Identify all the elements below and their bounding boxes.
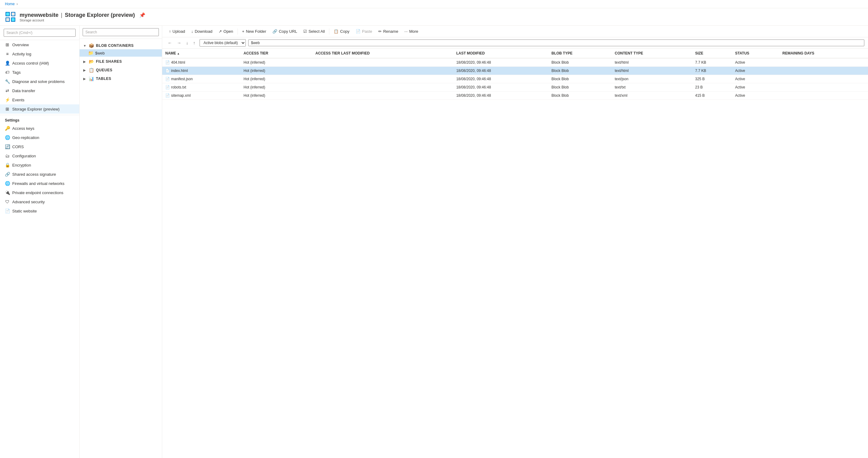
cell-sitemapxml-col6: 415 B: [692, 92, 732, 100]
forward-button[interactable]: →: [175, 39, 183, 46]
down-button[interactable]: ↓: [184, 39, 190, 46]
copy-label: Copy: [340, 29, 349, 34]
tree-item-web[interactable]: 📁$web: [80, 49, 162, 57]
settings-item-encryption[interactable]: 🔒Encryption: [0, 160, 79, 170]
cell-manifestjson-col0: 📄manifest.json: [162, 75, 241, 83]
sidebar-item-data-transfer[interactable]: ⇄Data transfer: [0, 86, 79, 95]
pin-icon[interactable]: 📌: [139, 12, 145, 18]
col-label-content-type: CONTENT TYPE: [615, 51, 643, 55]
col-header-access-tier-modified[interactable]: ACCESS TIER LAST MODIFIED: [312, 49, 453, 58]
open-icon: ↗: [219, 29, 222, 34]
nav-label-diagnose: Diagnose and solve problems: [12, 79, 65, 84]
file-name-robotstxt: robots.txt: [171, 85, 186, 89]
settings-item-cors[interactable]: 🔄CORS: [0, 142, 79, 151]
breadcrumb-home[interactable]: Home: [5, 2, 15, 6]
more-icon: ···: [404, 29, 408, 34]
nav-icon-data-transfer: ⇄: [5, 88, 10, 93]
file-icon-indexhtml: 📄: [165, 68, 170, 73]
tree-group-header-queues[interactable]: ▶📋QUEUES: [80, 66, 162, 74]
sidebar-item-tags[interactable]: 🏷Tags: [0, 68, 79, 77]
col-header-size[interactable]: SIZE: [692, 49, 732, 58]
rename-button[interactable]: ✏ Rename: [375, 28, 401, 35]
svg-rect-6: [6, 18, 9, 21]
tree-search-input[interactable]: [83, 28, 159, 36]
nav-label-overview: Overview: [12, 42, 29, 47]
settings-item-access-keys[interactable]: 🔑Access keys: [0, 124, 79, 133]
col-header-blob-type[interactable]: BLOB TYPE: [549, 49, 612, 58]
sidebar-item-storage-explorer[interactable]: ⊞Storage Explorer (preview): [0, 104, 79, 114]
col-header-access-tier[interactable]: ACCESS TIER: [241, 49, 312, 58]
new-folder-button[interactable]: + New Folder: [239, 28, 269, 35]
cell-sitemapxml-col1: Hot (inferred): [241, 92, 312, 100]
tree-group-header-tables[interactable]: ▶📊TABLES: [80, 75, 162, 82]
table-row-sitemapxml[interactable]: 📄sitemap.xmlHot (inferred)18/08/2020, 09…: [162, 92, 868, 100]
settings-item-static-website[interactable]: 📄Static website: [0, 206, 79, 216]
sidebar-item-access-control[interactable]: 👤Access control (IAM): [0, 59, 79, 68]
more-button[interactable]: ··· More: [401, 28, 421, 35]
settings-item-geo-replication[interactable]: 🌐Geo-replication: [0, 133, 79, 142]
nav-label-access-control: Access control (IAM): [12, 61, 49, 65]
tree-content: ▼📦BLOB CONTAINERS📁$web▶📂FILE SHARES▶📋QUE…: [80, 39, 162, 458]
table-row-404html[interactable]: 📄404.htmlHot (inferred)18/08/2020, 09:46…: [162, 58, 868, 67]
paste-button[interactable]: 📄 Paste: [352, 28, 375, 35]
file-icon-robotstxt: 📄: [165, 85, 170, 89]
path-input[interactable]: [248, 39, 864, 46]
back-button[interactable]: ←: [166, 39, 174, 46]
col-label-access-tier: ACCESS TIER: [244, 51, 269, 55]
col-header-remaining-days[interactable]: REMAINING DAYS: [779, 49, 868, 58]
cell-robotstxt-col1: Hot (inferred): [241, 83, 312, 92]
open-button[interactable]: ↗ Open: [215, 28, 236, 35]
col-label-name: NAME: [165, 51, 176, 55]
cell-404html-col1: Hot (inferred): [241, 58, 312, 67]
title-block: mynewwebsite | Storage Explorer (preview…: [20, 12, 145, 22]
account-name: mynewwebsite: [20, 12, 58, 19]
upload-button[interactable]: ↑ Upload: [166, 28, 188, 35]
col-header-content-type[interactable]: CONTENT TYPE: [612, 49, 692, 58]
cell-404html-col3: 18/08/2020, 09:46:48: [453, 58, 549, 67]
blob-type-dropdown[interactable]: Active blobs (default)All blobsSnapshots: [199, 39, 246, 47]
settings-item-advanced-security[interactable]: 🛡Advanced security: [0, 197, 79, 206]
col-header-name[interactable]: NAME▲: [162, 49, 241, 58]
sidebar-item-diagnose[interactable]: 🔧Diagnose and solve problems: [0, 77, 79, 86]
settings-icon-configuration: 🗂: [5, 153, 10, 158]
sidebar-item-overview[interactable]: ⊞Overview: [0, 40, 79, 49]
table-row-robotstxt[interactable]: 📄robots.txtHot (inferred)18/08/2020, 09:…: [162, 83, 868, 92]
settings-item-private-endpoint[interactable]: 🔌Private endpoint connections: [0, 188, 79, 197]
settings-label-private-endpoint: Private endpoint connections: [12, 190, 63, 195]
tree-group-label-file-shares: FILE SHARES: [96, 59, 122, 64]
settings-label-geo-replication: Geo-replication: [12, 135, 39, 140]
select-all-button[interactable]: ☑ Select All: [300, 28, 328, 35]
tree-group-header-blob-containers[interactable]: ▼📦BLOB CONTAINERS: [80, 42, 162, 49]
page-header: mynewwebsite | Storage Explorer (preview…: [0, 8, 868, 26]
table-row-manifestjson[interactable]: 📄manifest.jsonHot (inferred)18/08/2020, …: [162, 75, 868, 83]
copy-url-button[interactable]: 🔗 Copy URL: [269, 28, 300, 35]
download-icon: ↓: [191, 29, 193, 34]
download-button[interactable]: ↓ Download: [188, 28, 215, 35]
sidebar-item-activity-log[interactable]: ≡Activity log: [0, 49, 79, 59]
tree-group-header-file-shares[interactable]: ▶📂FILE SHARES: [80, 58, 162, 65]
settings-item-shared-access[interactable]: 🔗Shared access signature: [0, 170, 79, 179]
file-icon-manifestjson: 📄: [165, 77, 170, 81]
col-header-status[interactable]: STATUS: [732, 49, 779, 58]
tree-folder-icon-file-shares: 📂: [89, 59, 94, 64]
cell-404html-col2: [312, 58, 453, 67]
cell-sitemapxml-col3: 18/08/2020, 09:46:48: [453, 92, 549, 100]
sidebar-item-events[interactable]: ⚡Events: [0, 95, 79, 104]
nav-icon-events: ⚡: [5, 97, 10, 102]
file-icon-sitemapxml: 📄: [165, 93, 170, 98]
cell-sitemapxml-col0: 📄sitemap.xml: [162, 92, 241, 100]
settings-item-firewalls[interactable]: 🌐Firewalls and virtual networks: [0, 179, 79, 188]
col-label-last-modified: LAST MODIFIED: [456, 51, 485, 55]
col-header-last-modified[interactable]: LAST MODIFIED: [453, 49, 549, 58]
up-button[interactable]: ↑: [191, 39, 197, 46]
file-table: NAME▲ACCESS TIERACCESS TIER LAST MODIFIE…: [162, 49, 868, 458]
cell-indexhtml-col3: 18/08/2020, 09:46:48: [453, 67, 549, 75]
settings-item-configuration[interactable]: 🗂Configuration: [0, 151, 79, 160]
sidebar-search-input[interactable]: [4, 29, 75, 37]
download-label: Download: [195, 29, 212, 34]
settings-icon-shared-access: 🔗: [5, 172, 10, 177]
copy-button[interactable]: 📋 Copy: [331, 28, 352, 35]
tree-folder-icon-tables: 📊: [89, 76, 94, 81]
table-row-indexhtml[interactable]: 📄index.htmlHot (inferred)18/08/2020, 09:…: [162, 67, 868, 75]
settings-header: Settings: [0, 115, 79, 124]
